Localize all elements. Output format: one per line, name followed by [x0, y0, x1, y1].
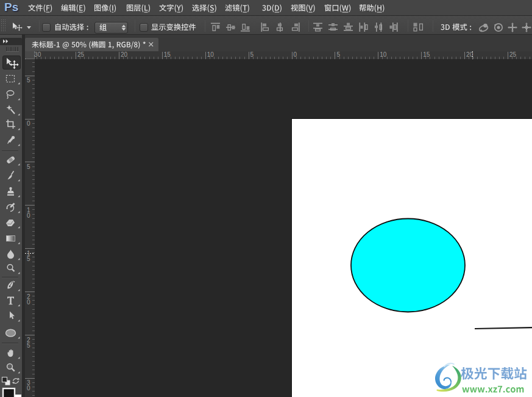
svg-text:30: 30 [34, 51, 41, 58]
svg-text:15: 15 [164, 51, 171, 58]
svg-text:0: 0 [27, 385, 30, 392]
svg-text:0: 0 [27, 299, 30, 306]
svg-text:15: 15 [423, 51, 430, 58]
svg-text:10: 10 [380, 51, 387, 58]
svg-text:10: 10 [207, 51, 215, 58]
svg-text:5: 5 [250, 51, 254, 58]
svg-text:20: 20 [466, 51, 473, 58]
svg-text:25: 25 [509, 51, 517, 58]
svg-text:5: 5 [336, 51, 340, 58]
svg-text:5: 5 [27, 256, 30, 262]
svg-text:0: 0 [27, 212, 30, 219]
svg-text:5: 5 [27, 163, 30, 170]
svg-text:0: 0 [294, 51, 297, 58]
svg-text:0: 0 [27, 120, 30, 127]
svg-text:25: 25 [77, 51, 85, 58]
svg-text:5: 5 [27, 77, 30, 84]
svg-text:20: 20 [121, 51, 128, 58]
svg-text:5: 5 [27, 342, 30, 349]
